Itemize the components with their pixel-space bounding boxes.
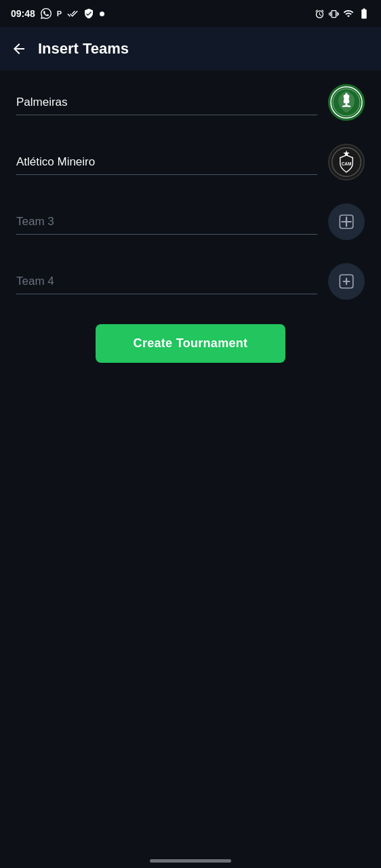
battery-icon xyxy=(358,7,370,20)
app-bar: Insert Teams xyxy=(0,27,381,71)
home-indicator xyxy=(150,859,231,863)
dot-icon xyxy=(100,12,104,16)
team-2-input-wrap xyxy=(16,150,317,175)
team-row-1 xyxy=(16,84,365,125)
team-3-input[interactable] xyxy=(16,210,317,234)
alarm-icon xyxy=(315,9,325,19)
status-icons xyxy=(315,7,370,20)
create-tournament-button[interactable]: Create Tournament xyxy=(96,324,285,363)
team-3-input-wrap xyxy=(16,210,317,235)
content-area: CAM xyxy=(0,71,381,376)
time-label: 09:48 xyxy=(11,8,35,19)
team-1-logo xyxy=(328,84,365,121)
back-button[interactable] xyxy=(11,41,27,57)
team-4-upload-button[interactable] xyxy=(328,263,365,300)
done-all-icon xyxy=(67,8,78,19)
status-bar: 09:48 P xyxy=(0,0,381,27)
team-1-input-wrap xyxy=(16,90,317,115)
svg-text:CAM: CAM xyxy=(342,161,352,166)
bottom-bar xyxy=(0,846,381,868)
create-button-wrap: Create Tournament xyxy=(16,324,365,363)
whatsapp-icon xyxy=(41,8,52,19)
team-2-input[interactable] xyxy=(16,150,317,174)
wifi-icon xyxy=(343,8,354,19)
upload-icon xyxy=(338,213,355,231)
verified-icon xyxy=(83,8,94,19)
pvr-icon: P xyxy=(57,9,62,18)
vibrate-icon xyxy=(329,9,339,19)
svg-point-6 xyxy=(345,93,348,102)
team-2-logo: CAM xyxy=(328,144,365,180)
team-3-upload-button[interactable] xyxy=(328,203,365,240)
team-row-3 xyxy=(16,203,365,244)
team-1-input[interactable] xyxy=(16,90,317,115)
page-title: Insert Teams xyxy=(38,40,129,58)
team-row-2: CAM xyxy=(16,144,365,184)
team-row-4 xyxy=(16,263,365,304)
status-time: 09:48 P xyxy=(11,8,104,19)
team-4-input-wrap xyxy=(16,269,317,294)
team-4-input[interactable] xyxy=(16,269,317,294)
upload-icon-2 xyxy=(338,273,355,290)
